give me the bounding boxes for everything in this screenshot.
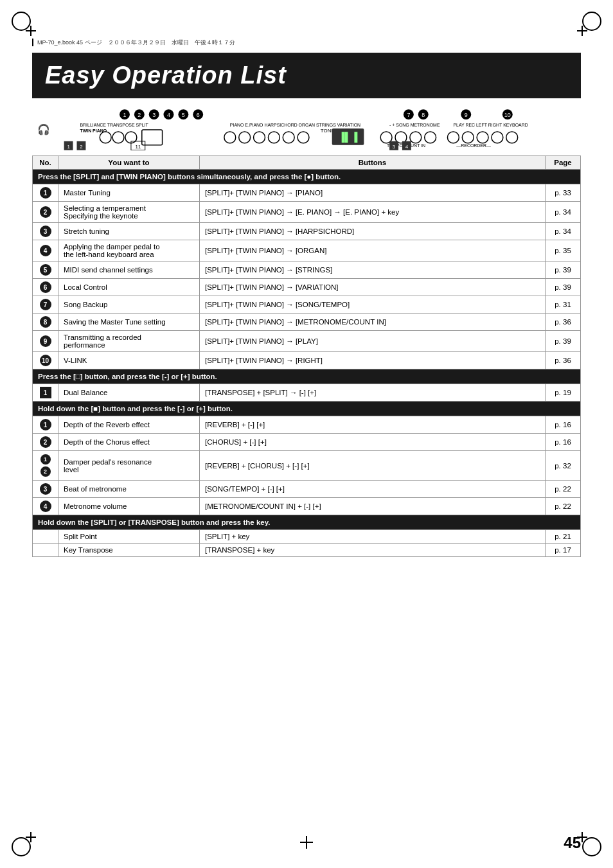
table-row: 9Transmitting a recordedperformance[SPLI… xyxy=(33,331,581,352)
svg-point-47 xyxy=(492,131,503,143)
svg-text:3: 3 xyxy=(393,143,396,149)
cell-page: p. 22 xyxy=(546,498,581,515)
cell-buttons: [SPLIT]+ [TWIN PIANO] → [STRINGS] xyxy=(200,261,546,279)
table-row: 12Damper pedal's resonancelevel[REVERB] … xyxy=(33,451,581,481)
cell-you-want: Depth of the Chorus effect xyxy=(58,434,200,451)
table-row: 1Master Tuning[SPLIT]+ [TWIN PIANO] → [P… xyxy=(33,184,581,202)
cell-you-want: Selecting a temperamentSpecifying the ke… xyxy=(58,202,200,223)
cell-no: 12 xyxy=(33,451,58,481)
cell-buttons: [SPLIT]+ [TWIN PIANO] → [VARIATION] xyxy=(200,279,546,296)
svg-point-22 xyxy=(254,131,265,143)
svg-text:2: 2 xyxy=(80,143,83,149)
cell-page: p. 16 xyxy=(546,434,581,451)
crosshair-tl xyxy=(26,26,36,36)
svg-text:8: 8 xyxy=(422,112,425,118)
cell-buttons: [SPLIT]+ [TWIN PIANO] → [SONG/TEMPO] xyxy=(200,296,546,314)
cell-you-want: Metronome volume xyxy=(58,498,200,515)
cell-buttons: [SPLIT]+ [TWIN PIANO] → [METRONOME/COUNT… xyxy=(200,314,546,331)
cell-page: p. 19 xyxy=(546,384,581,402)
svg-text:1: 1 xyxy=(123,112,127,118)
cell-page: p. 22 xyxy=(546,481,581,498)
cell-no: 8 xyxy=(33,314,58,331)
cell-page: p. 17 xyxy=(546,544,581,557)
table-row: Key Transpose[TRANSPOSE] + keyp. 17 xyxy=(33,544,581,557)
cell-page: p. 21 xyxy=(546,530,581,544)
svg-text:BRILLIANCE TRANSPOSE SPLIT: BRILLIANCE TRANSPOSE SPLIT xyxy=(80,123,148,127)
table-row: 8Saving the Master Tune setting[SPLIT]+ … xyxy=(33,314,581,331)
table-row: Split Point[SPLIT] + keyp. 21 xyxy=(33,530,581,544)
table-row: 5MIDI send channel settings[SPLIT]+ [TWI… xyxy=(33,261,581,279)
cell-you-want: Split Point xyxy=(58,530,200,544)
cell-buttons: [SPLIT]+ [TWIN PIANO] → [HARPSICHORD] xyxy=(200,223,546,240)
svg-text:6: 6 xyxy=(197,112,200,118)
svg-text:9: 9 xyxy=(465,112,468,118)
cell-you-want: Damper pedal's resonancelevel xyxy=(58,451,200,481)
svg-point-16 xyxy=(112,131,124,143)
col-header-you: You want to xyxy=(58,156,200,170)
crosshair-tr xyxy=(577,26,587,36)
header-text: MP-70_e.book 45 ページ ２００６年３月２９日 水曜日 午後４時１… xyxy=(37,39,235,47)
cell-buttons: [SPLIT] + key xyxy=(200,530,546,544)
cell-buttons: [CHORUS] + [-] [+] xyxy=(200,434,546,451)
cell-you-want: Local Control xyxy=(58,279,200,296)
cell-no: 10 xyxy=(33,352,58,369)
section-header-section1: Press the [SPLIT] and [TWIN PIANO] butto… xyxy=(33,170,581,184)
cell-page: p. 39 xyxy=(546,279,581,296)
cell-buttons: [METRONOME/COUNT IN] + [-] [+] xyxy=(200,498,546,515)
cell-page: p. 33 xyxy=(546,184,581,202)
cell-buttons: [REVERB] + [CHORUS] + [-] [+] xyxy=(200,451,546,481)
cell-no: 4 xyxy=(33,498,58,515)
cell-page: p. 36 xyxy=(546,352,581,369)
svg-text:-    +   SONG  METRONOME: - + SONG METRONOME xyxy=(389,123,440,127)
svg-text:2: 2 xyxy=(138,112,141,118)
table-row: 2Selecting a temperamentSpecifying the k… xyxy=(33,202,581,223)
svg-text:—RECORDER—: —RECORDER— xyxy=(456,143,491,147)
cell-you-want: MIDI send channel settings xyxy=(58,261,200,279)
cell-you-want: Master Tuning xyxy=(58,184,200,202)
svg-point-15 xyxy=(100,131,111,143)
cell-page: p. 36 xyxy=(546,314,581,331)
cell-you-want: Key Transpose xyxy=(58,544,200,557)
svg-point-24 xyxy=(283,131,294,143)
section-header-section3: Hold down the [■] button and press the [… xyxy=(33,402,581,416)
table-row: 3Stretch tuning[SPLIT]+ [TWIN PIANO] → [… xyxy=(33,223,581,240)
cell-page: p. 34 xyxy=(546,202,581,223)
cell-no: 3 xyxy=(33,223,58,240)
cell-you-want: Dual Balance xyxy=(58,384,200,402)
col-header-buttons: Buttons xyxy=(200,156,546,170)
operation-table: No. You want to Buttons Page Press the [… xyxy=(32,155,581,557)
cell-you-want: V-LINK xyxy=(58,352,200,369)
svg-point-44 xyxy=(447,131,459,143)
svg-text:10: 10 xyxy=(504,112,511,118)
cell-you-want: Stretch tuning xyxy=(58,223,200,240)
svg-text:4: 4 xyxy=(167,112,170,118)
cell-you-want: Transmitting a recordedperformance xyxy=(58,331,200,352)
cell-you-want: Applying the damper pedal tothe left-han… xyxy=(58,240,200,261)
cell-buttons: [SPLIT]+ [TWIN PIANO] → [E. PIANO] → [E.… xyxy=(200,202,546,223)
cell-no: 7 xyxy=(33,296,58,314)
cell-no: 2 xyxy=(33,202,58,223)
cell-page: p. 39 xyxy=(546,261,581,279)
section-header-section2: Press the [□] button, and press the [-] … xyxy=(33,369,581,384)
cell-you-want: Beat of metronome xyxy=(58,481,200,498)
table-row: 10V-LINK[SPLIT]+ [TWIN PIANO] → [RIGHT]p… xyxy=(33,352,581,369)
crosshair-bl xyxy=(26,832,36,842)
svg-text:5: 5 xyxy=(182,112,185,118)
cell-no: 5 xyxy=(33,261,58,279)
header-bar: MP-70_e.book 45 ページ ２００６年３月２９日 水曜日 午後４時１… xyxy=(32,39,581,46)
cell-buttons: [SPLIT]+ [TWIN PIANO] → [PIANO] xyxy=(200,184,546,202)
table-row: 7Song Backup[SPLIT]+ [TWIN PIANO] → [SON… xyxy=(33,296,581,314)
table-row: 2Depth of the Chorus effect[CHORUS] + [-… xyxy=(33,434,581,451)
cell-no: 4 xyxy=(33,240,58,261)
svg-text:3: 3 xyxy=(152,112,155,118)
svg-text:7: 7 xyxy=(407,112,410,118)
page-number: 45 xyxy=(564,834,581,852)
cell-page: p. 35 xyxy=(546,240,581,261)
cell-you-want: Depth of the Reverb effect xyxy=(58,416,200,434)
col-header-no: No. xyxy=(33,156,58,170)
cell-page: p. 39 xyxy=(546,331,581,352)
cell-page: p. 34 xyxy=(546,223,581,240)
cell-buttons: [TRANSPOSE] + key xyxy=(200,544,546,557)
center-crosshair xyxy=(300,836,313,849)
cell-no xyxy=(33,544,58,557)
